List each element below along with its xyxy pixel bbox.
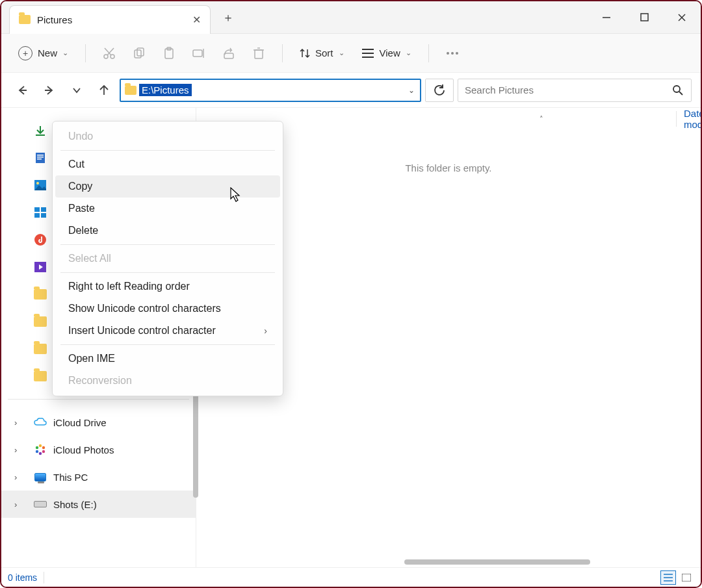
menu-separator bbox=[60, 344, 275, 345]
copy-icon bbox=[133, 47, 146, 60]
share-button[interactable] bbox=[216, 40, 242, 66]
chevron-down-icon[interactable]: ⌄ bbox=[408, 86, 415, 95]
minimize-icon bbox=[602, 13, 611, 22]
view-button-label: View bbox=[380, 47, 400, 58]
close-tab-icon[interactable]: ✕ bbox=[192, 14, 201, 26]
svg-rect-29 bbox=[37, 159, 42, 160]
menu-item-copy[interactable]: Copy bbox=[55, 175, 280, 198]
menu-separator bbox=[60, 244, 275, 245]
search-placeholder: Search Pictures bbox=[465, 84, 534, 96]
separator bbox=[8, 399, 189, 400]
icloud-drive-icon bbox=[34, 416, 47, 428]
back-button[interactable] bbox=[10, 79, 34, 102]
svg-rect-8 bbox=[135, 50, 141, 58]
document-icon bbox=[34, 152, 47, 164]
menu-item-select-all: Select All bbox=[55, 248, 280, 270]
column-date-modified[interactable]: Date modified bbox=[684, 108, 702, 130]
view-button[interactable]: View ⌄ bbox=[355, 44, 418, 62]
svg-point-41 bbox=[42, 446, 45, 449]
chevron-right-icon[interactable]: › bbox=[14, 472, 17, 482]
refresh-icon bbox=[434, 84, 445, 96]
svg-rect-49 bbox=[682, 574, 691, 582]
drive-icon bbox=[34, 498, 47, 510]
refresh-button[interactable] bbox=[425, 79, 454, 102]
column-separator[interactable] bbox=[676, 111, 677, 127]
chevron-right-icon[interactable]: › bbox=[14, 500, 17, 509]
svg-rect-26 bbox=[36, 153, 45, 163]
sidebar-item-shots-e[interactable]: › Shots (E:) bbox=[1, 491, 196, 518]
menu-item-open-ime[interactable]: Open IME bbox=[55, 348, 280, 370]
more-button[interactable] bbox=[439, 40, 465, 66]
svg-point-24 bbox=[673, 86, 680, 92]
tiles-icon bbox=[34, 207, 47, 218]
svg-point-43 bbox=[39, 452, 42, 455]
address-text[interactable]: E:\Pictures bbox=[139, 84, 192, 96]
ellipsis-icon bbox=[446, 51, 459, 55]
svg-line-25 bbox=[679, 92, 682, 95]
cut-button[interactable] bbox=[96, 40, 122, 66]
new-tab-button[interactable]: ＋ bbox=[211, 10, 246, 25]
tab-pictures[interactable]: Pictures ✕ bbox=[9, 5, 211, 34]
folder-icon bbox=[125, 86, 136, 95]
menu-item-paste[interactable]: Paste bbox=[55, 198, 280, 220]
address-bar[interactable]: E:\Pictures ⌄ bbox=[120, 79, 421, 102]
sort-button[interactable]: Sort ⌄ bbox=[293, 44, 351, 63]
menu-item-insert-unicode[interactable]: Insert Unicode control character› bbox=[55, 320, 280, 342]
plus-circle-icon: + bbox=[18, 46, 32, 60]
chevron-down-icon: ⌄ bbox=[406, 49, 411, 57]
trash-icon bbox=[253, 47, 265, 60]
folder-icon bbox=[19, 15, 31, 24]
svg-point-23 bbox=[456, 52, 458, 55]
pc-icon bbox=[34, 471, 47, 483]
close-window-button[interactable] bbox=[663, 1, 701, 34]
new-button[interactable]: + New ⌄ bbox=[12, 42, 75, 64]
delete-button[interactable] bbox=[246, 40, 272, 66]
toolbar-separator bbox=[428, 44, 429, 62]
svg-rect-28 bbox=[37, 157, 44, 158]
chevron-right-icon[interactable]: › bbox=[14, 445, 17, 455]
search-icon[interactable] bbox=[673, 85, 683, 96]
svg-rect-33 bbox=[41, 207, 46, 212]
sidebar-item-this-pc[interactable]: › This PC bbox=[1, 463, 196, 491]
menu-item-rtl[interactable]: Right to left Reading order bbox=[55, 275, 280, 298]
menu-item-delete[interactable]: Delete bbox=[55, 220, 280, 242]
svg-point-21 bbox=[447, 52, 449, 55]
paste-button[interactable] bbox=[156, 40, 182, 66]
sidebar-item-icloud-drive[interactable]: › iCloud Drive bbox=[1, 409, 196, 436]
clipboard-icon bbox=[162, 47, 176, 60]
svg-rect-14 bbox=[224, 53, 233, 58]
chevron-down-icon bbox=[72, 86, 81, 95]
maximize-button[interactable] bbox=[625, 1, 663, 34]
toolbar-separator bbox=[282, 44, 283, 62]
chevron-down-icon: ⌄ bbox=[62, 49, 68, 57]
horizontal-scrollbar[interactable] bbox=[404, 559, 590, 565]
chevron-right-icon: › bbox=[264, 326, 267, 336]
sidebar-item-label: This PC bbox=[53, 472, 88, 483]
sort-indicator-icon: ˄ bbox=[540, 115, 543, 123]
svg-rect-27 bbox=[37, 155, 44, 156]
sidebar-item-icloud-photos[interactable]: › iCloud Photos bbox=[1, 436, 196, 463]
toolbar-separator bbox=[85, 44, 86, 62]
details-view-button[interactable] bbox=[660, 570, 676, 585]
maximize-icon bbox=[640, 13, 649, 21]
chevron-right-icon[interactable]: › bbox=[14, 418, 17, 428]
search-box[interactable]: Search Pictures bbox=[458, 79, 692, 102]
details-view-icon bbox=[664, 574, 673, 582]
copy-button[interactable] bbox=[126, 40, 152, 66]
thumbnails-view-button[interactable] bbox=[679, 570, 694, 585]
arrow-right-icon bbox=[44, 84, 55, 96]
menu-item-cut[interactable]: Cut bbox=[55, 153, 280, 175]
menu-item-show-unicode[interactable]: Show Unicode control characters bbox=[55, 298, 280, 320]
minimize-button[interactable] bbox=[588, 1, 625, 34]
icloud-photos-icon bbox=[34, 444, 47, 455]
svg-point-39 bbox=[38, 448, 42, 452]
forward-button[interactable] bbox=[38, 79, 61, 102]
close-icon bbox=[677, 13, 686, 22]
context-menu: Undo Cut Copy Paste Delete Select All Ri… bbox=[52, 121, 283, 396]
rename-button[interactable] bbox=[186, 40, 212, 66]
up-button[interactable] bbox=[92, 79, 116, 102]
sidebar-item-label: iCloud Photos bbox=[53, 444, 114, 455]
svg-rect-32 bbox=[34, 207, 40, 212]
folder-icon bbox=[34, 289, 47, 300]
recent-locations-button[interactable] bbox=[65, 79, 88, 102]
